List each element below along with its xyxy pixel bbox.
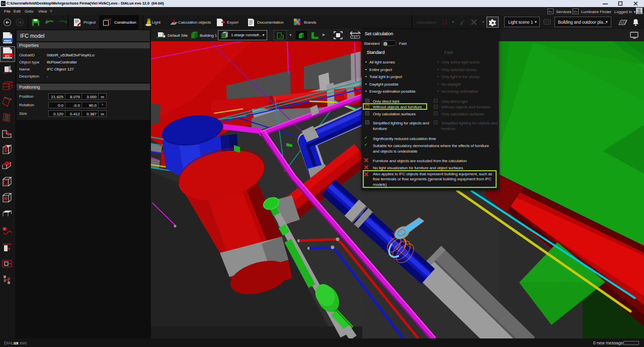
svg-text:DWG: DWG (4, 39, 12, 42)
svg-text:T: T (4, 228, 6, 231)
svg-text:IFC: IFC (5, 54, 10, 57)
svg-text:m: m (280, 35, 282, 38)
